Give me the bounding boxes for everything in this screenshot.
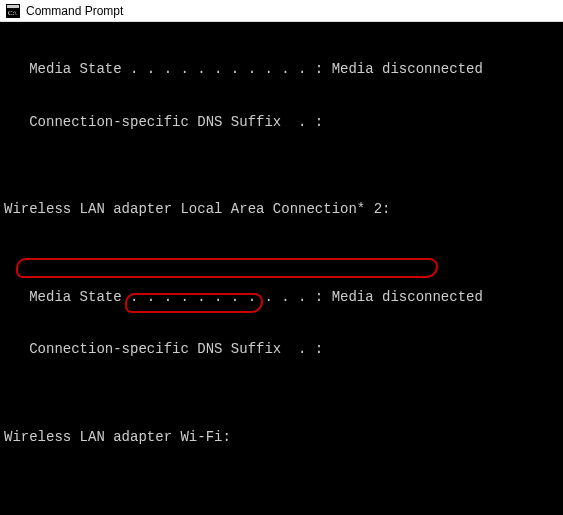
command-prompt-window: C:\ Command Prompt Media State . . . . .…: [0, 0, 563, 515]
terminal-line: Media State . . . . . . . . . . . : Medi…: [4, 61, 559, 79]
terminal-line: Media State . . . . . . . . . . . : Medi…: [4, 289, 559, 307]
terminal-line: Connection-specific DNS Suffix . :: [4, 114, 559, 132]
svg-text:C:\: C:\: [8, 9, 17, 17]
window-title: Command Prompt: [26, 4, 123, 18]
terminal-line: Wireless LAN adapter Wi-Fi:: [4, 429, 559, 447]
terminal-line: Connection-specific DNS Suffix . :: [4, 341, 559, 359]
cmd-icon: C:\: [6, 4, 20, 18]
terminal-line: Wireless LAN adapter Local Area Connecti…: [4, 201, 559, 219]
svg-rect-1: [7, 5, 19, 8]
titlebar[interactable]: C:\ Command Prompt: [0, 0, 563, 22]
terminal-output[interactable]: Media State . . . . . . . . . . . : Medi…: [0, 22, 563, 515]
annotation-highlight-gateway: [16, 258, 438, 278]
